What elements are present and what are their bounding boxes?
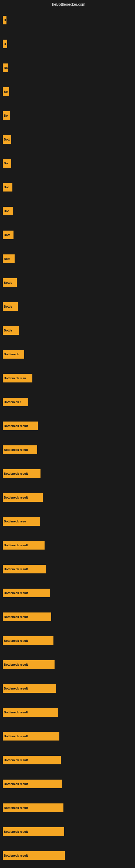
bar-label: Bottleneck result xyxy=(4,472,28,475)
bar-item: Bottleneck result xyxy=(3,851,65,860)
bar-row: Bottle xyxy=(3,294,132,318)
bar-row: Bot xyxy=(3,175,132,199)
bar-label: B xyxy=(4,42,6,45)
bar-label: Bottleneck result xyxy=(4,663,28,666)
bar-label: Bot xyxy=(4,209,9,213)
bar-label: Bottleneck result xyxy=(4,830,28,833)
bar-row: Bottleneck result xyxy=(3,820,132,844)
bar-item: Bottleneck resu xyxy=(3,374,32,382)
bar-item: B xyxy=(3,40,7,48)
bar-row: Bottleneck result xyxy=(3,581,132,605)
bar-item: Bottleneck result xyxy=(3,732,59,741)
bar-row: Bott xyxy=(3,247,132,271)
bar-label: Bo xyxy=(4,162,8,165)
bar-item: Bottleneck result xyxy=(3,493,43,502)
bar-row: Bottleneck result xyxy=(3,701,132,724)
bar-item: Bottleneck result xyxy=(3,708,58,717)
bar-item: Bottleneck result xyxy=(3,541,45,550)
bar-row: Bottleneck result xyxy=(3,605,132,629)
bar-label: Bottleneck result xyxy=(4,544,28,547)
bar-row: Bottleneck result xyxy=(3,677,132,701)
bar-item: Bot xyxy=(3,183,12,191)
bar-row: Bottleneck resu xyxy=(3,366,132,390)
bar-label: Bottleneck result xyxy=(4,854,28,857)
bar-row: B xyxy=(3,32,132,56)
bar-item: Bottleneck result xyxy=(3,565,46,574)
bar-row: Bottleneck r xyxy=(3,390,132,414)
bar-item: Bo xyxy=(3,159,11,167)
bar-item: Bottleneck result xyxy=(3,660,54,669)
bar-row: Bo xyxy=(3,104,132,127)
bar-item: Bottleneck result xyxy=(3,827,64,836)
bar-label: Bottleneck result xyxy=(4,424,28,428)
bar-item: Bottleneck result xyxy=(3,756,61,764)
bar-row: Bottleneck result xyxy=(3,653,132,677)
bar-label: Bott xyxy=(4,138,10,141)
bar-item: Bottle xyxy=(3,302,18,311)
bar-row: Bottleneck result xyxy=(3,557,132,581)
bar-label: Bo xyxy=(4,114,8,117)
bar-label: Bottleneck result xyxy=(4,615,28,618)
bar-row: Bottleneck result xyxy=(3,748,132,772)
bar-row: Bottleneck result xyxy=(3,772,132,796)
bar-item: Bottleneck result xyxy=(3,613,51,621)
bar-row: Bottleneck result xyxy=(3,462,132,486)
bar-row: B xyxy=(3,8,132,32)
bar-label: Bottle xyxy=(4,329,12,332)
bar-label: Bottleneck result xyxy=(4,496,28,499)
bar-label: B xyxy=(4,19,6,22)
bar-item: Bottle xyxy=(3,278,17,287)
bar-row: Bo xyxy=(3,56,132,80)
bar-item: Bottleneck resu xyxy=(3,517,40,526)
bar-label: Bottleneck result xyxy=(4,687,28,690)
bar-item: Bottleneck result xyxy=(3,422,38,430)
bar-item: Bottleneck result xyxy=(3,803,63,812)
bar-label: Bottleneck result xyxy=(4,735,28,738)
bar-label: Bott xyxy=(4,233,10,237)
bar-label: Bottleneck xyxy=(4,352,19,356)
bar-item: B xyxy=(3,16,6,24)
bar-label: Bottleneck result xyxy=(4,806,28,809)
bar-row: Bottleneck result xyxy=(3,486,132,509)
bar-item: Bottleneck r xyxy=(3,398,28,406)
bar-row: Bottleneck result xyxy=(3,533,132,557)
bar-row: Bott xyxy=(3,127,132,151)
bar-item: Bottleneck result xyxy=(3,445,37,454)
bar-row: Bot xyxy=(3,199,132,223)
bar-item: Bottleneck result xyxy=(3,589,50,597)
bar-row: Bottleneck resu xyxy=(3,509,132,533)
bar-item: Bott xyxy=(3,254,14,263)
bar-item: Bottleneck xyxy=(3,350,24,359)
bar-row: Bo xyxy=(3,80,132,104)
bar-label: Bo xyxy=(4,66,8,69)
bar-label: Bottleneck result xyxy=(4,758,28,762)
bar-item: Bot xyxy=(3,207,13,215)
bar-label: Bottleneck result xyxy=(4,567,28,571)
bar-label: Bo xyxy=(4,90,8,93)
bar-row: Bottleneck xyxy=(3,342,132,366)
bar-row: Bottleneck result xyxy=(3,414,132,438)
bar-row: Bottleneck result xyxy=(3,438,132,462)
bar-item: Bottleneck result xyxy=(3,637,53,645)
bar-row: Bottleneck result xyxy=(3,796,132,820)
bar-item: Bottleneck result xyxy=(3,684,56,693)
bar-label: Bottleneck resu xyxy=(4,520,26,523)
bar-item: Bo xyxy=(3,63,8,72)
bar-label: Bottleneck result xyxy=(4,448,28,452)
bar-row: Bottleneck result xyxy=(3,844,132,867)
bar-row: Bo xyxy=(3,151,132,175)
bar-row: Bottleneck result xyxy=(3,724,132,748)
bar-row: Bott xyxy=(3,223,132,247)
bar-item: Bo xyxy=(3,111,10,120)
bar-label: Bottleneck r xyxy=(4,400,21,404)
bar-label: Bottleneck result xyxy=(4,711,28,714)
bar-item: Bottleneck result xyxy=(3,780,62,788)
bar-label: Bot xyxy=(4,186,9,189)
bars-container: BBBoBoBoBottBoBotBotBottBottBottleBottle… xyxy=(3,8,132,867)
bar-item: Bott xyxy=(3,135,11,144)
bar-item: Bottleneck result xyxy=(3,469,41,478)
bar-label: Bottleneck result xyxy=(4,639,28,642)
bar-label: Bott xyxy=(4,257,10,260)
bar-row: Bottle xyxy=(3,271,132,294)
bar-item: Bo xyxy=(3,87,9,96)
